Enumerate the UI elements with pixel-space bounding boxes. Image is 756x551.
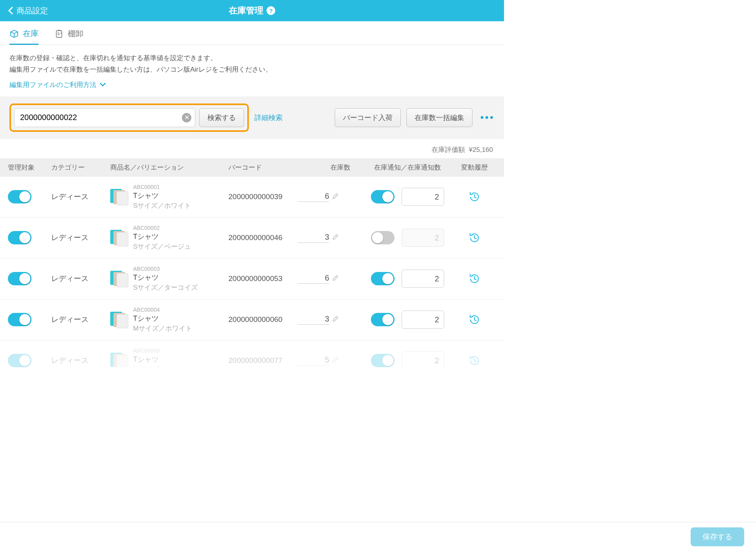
product-sku: ABC00004 (133, 307, 192, 313)
barcode-intake-button[interactable]: バーコード入荷 (335, 108, 401, 127)
notify-input[interactable] (402, 270, 444, 288)
pencil-icon[interactable] (332, 275, 339, 283)
category-text: レディース (51, 356, 89, 364)
search-input[interactable] (14, 108, 195, 127)
info-link[interactable]: 編集用ファイルのご利用方法 (9, 80, 106, 89)
header: 商品設定 在庫管理 ? (0, 0, 504, 21)
pencil-icon[interactable] (332, 193, 339, 201)
valuation-label: 在庫評価額 (432, 146, 465, 153)
manage-toggle[interactable] (8, 313, 32, 326)
product-thumb (110, 188, 128, 205)
stock-value[interactable]: 6 (298, 274, 329, 284)
pencil-icon[interactable] (332, 357, 339, 364)
table-row: レディース ABC00001 Tシャツ Sサイズ／ホワイト 2000000000… (0, 177, 504, 218)
table-body: レディース ABC00001 Tシャツ Sサイズ／ホワイト 2000000000… (0, 177, 504, 367)
table-row: レディース ABC00004 Tシャツ Mサイズ／ホワイト 2000000000… (0, 300, 504, 340)
col-manage: 管理対象 (8, 163, 51, 172)
clipboard-icon (54, 29, 64, 39)
barcode-text: 2000000000039 (228, 192, 282, 201)
pencil-icon[interactable] (332, 234, 339, 242)
category-text: レディース (51, 233, 89, 242)
table-row: レディース ABC00003 Tシャツ Sサイズ／ターコイズ 200000000… (0, 259, 504, 300)
search-input-wrap: ✕ (14, 108, 195, 127)
valuation: 在庫評価額 ¥25,160 (0, 139, 504, 158)
notify-input[interactable] (402, 311, 444, 329)
history-icon[interactable] (469, 232, 480, 244)
product-name: Tシャツ (133, 191, 191, 200)
product-variation: Sサイズ／ホワイト (133, 201, 191, 210)
col-stock: 在庫数 (307, 163, 362, 172)
notify-toggle[interactable] (371, 313, 395, 326)
product-thumb (110, 229, 128, 246)
tab-stock[interactable]: 在庫 (9, 21, 39, 44)
back-label: 商品設定 (17, 6, 48, 16)
tab-inventory[interactable]: 棚卸 (54, 21, 83, 44)
search-group: ✕ 検索する (9, 104, 249, 132)
category-text: レディース (51, 192, 89, 201)
product-variation: Sサイズ／ターコイズ (133, 283, 198, 292)
info-section: 在庫数の登録・確認と、在庫切れを通知する基準値を設定できます。 編集用ファイルで… (0, 45, 504, 96)
history-icon[interactable] (469, 314, 480, 325)
svg-rect-0 (56, 31, 62, 37)
col-category: カテゴリー (51, 163, 110, 172)
notify-input[interactable] (402, 188, 444, 206)
product-variation: Mサイズ／ベージュ (133, 365, 192, 367)
barcode-text: 2000000000060 (228, 315, 282, 324)
category-text: レディース (51, 274, 89, 283)
chevron-down-icon (100, 83, 106, 87)
barcode-text: 2000000000046 (228, 233, 282, 242)
product-variation: Sサイズ／ベージュ (133, 242, 191, 251)
notify-toggle[interactable] (371, 354, 395, 367)
pencil-icon[interactable] (332, 316, 339, 324)
stock-value[interactable]: 3 (298, 233, 329, 243)
page-title: 在庫管理 ? (229, 5, 275, 17)
advanced-search-link[interactable]: 詳細検索 (254, 113, 283, 122)
history-icon[interactable] (469, 191, 480, 203)
notify-toggle[interactable] (371, 272, 395, 285)
col-product: 商品名／バリエーション (110, 163, 228, 172)
search-button[interactable]: 検索する (199, 108, 244, 127)
product-name: Tシャツ (133, 232, 191, 241)
product-thumb (110, 311, 128, 328)
col-notify: 在庫通知／在庫通知数 (362, 163, 453, 172)
product-thumb (110, 352, 128, 367)
history-icon[interactable] (469, 273, 480, 285)
table-row: レディース ABC00002 Tシャツ Sサイズ／ベージュ 2000000000… (0, 218, 504, 259)
tabs: 在庫 棚卸 (0, 21, 504, 45)
clear-icon[interactable]: ✕ (182, 113, 191, 122)
manage-toggle[interactable] (8, 272, 32, 285)
barcode-text: 2000000000077 (228, 356, 282, 364)
notify-input (402, 229, 444, 247)
product-sku: ABC00002 (133, 225, 191, 231)
more-icon[interactable]: ••• (480, 111, 495, 124)
barcode-text: 2000000000053 (228, 274, 282, 283)
history-icon[interactable] (469, 355, 480, 366)
stock-value[interactable]: 3 (298, 314, 329, 325)
notify-toggle[interactable] (371, 231, 395, 244)
stock-value[interactable]: 5 (298, 355, 329, 366)
info-text-2: 編集用ファイルで在庫数を一括編集したい方は、パソコン版Airレジをご利用ください… (9, 64, 495, 76)
valuation-value: ¥25,160 (469, 146, 493, 153)
manage-toggle[interactable] (8, 354, 32, 367)
chevron-left-icon (8, 6, 13, 15)
notify-input[interactable] (402, 351, 444, 367)
product-name: Tシャツ (133, 314, 192, 323)
notify-toggle[interactable] (371, 190, 395, 203)
col-history: 変動履歴 (453, 163, 496, 172)
product-name: Tシャツ (133, 355, 192, 364)
product-sku: ABC00003 (133, 266, 198, 272)
manage-toggle[interactable] (8, 190, 32, 203)
info-text-1: 在庫数の登録・確認と、在庫切れを通知する基準値を設定できます。 (9, 53, 495, 64)
product-sku: ABC00005 (133, 348, 192, 354)
toolbar: ✕ 検索する 詳細検索 バーコード入荷 在庫数一括編集 ••• (0, 96, 504, 139)
help-icon[interactable]: ? (267, 6, 275, 15)
product-sku: ABC00001 (133, 184, 191, 190)
product-name: Tシャツ (133, 273, 198, 282)
category-text: レディース (51, 315, 89, 324)
back-button[interactable]: 商品設定 (8, 6, 48, 16)
product-thumb (110, 270, 128, 287)
bulk-edit-button[interactable]: 在庫数一括編集 (406, 108, 472, 127)
stock-value[interactable]: 6 (298, 192, 329, 202)
table-header: 管理対象 カテゴリー 商品名／バリエーション バーコード 在庫数 在庫通知／在庫… (0, 158, 504, 177)
manage-toggle[interactable] (8, 231, 32, 244)
